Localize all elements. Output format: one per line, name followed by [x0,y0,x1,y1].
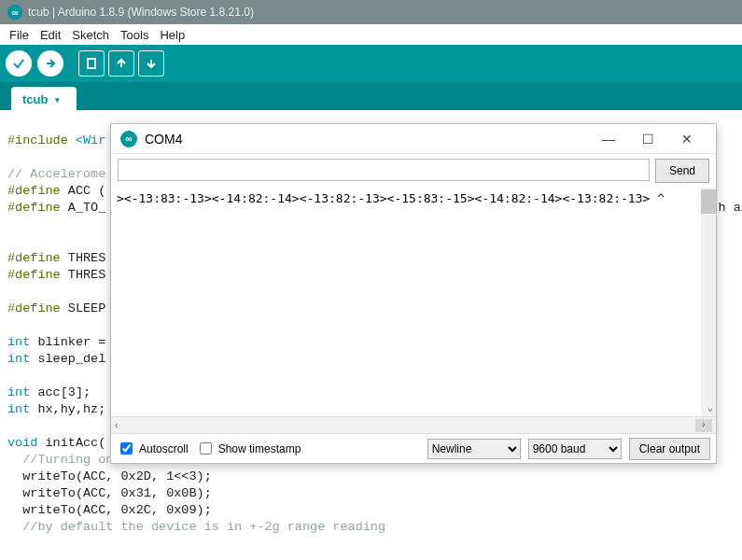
serial-monitor-window: ∞ COM4 — ☐ ✕ Send ><-13:83:-13><-14:82:-… [110,123,717,464]
close-button[interactable]: ✕ [667,132,707,147]
new-sketch-button[interactable] [78,50,105,77]
scroll-right-icon[interactable]: › [695,419,712,432]
svg-rect-0 [88,59,95,68]
autoscroll-checkbox-input[interactable] [120,442,133,455]
save-sketch-button[interactable] [138,50,164,77]
serial-footer: Autoscroll Show timestamp No line ending… [111,433,716,463]
minimize-button[interactable]: — [589,132,628,147]
serial-send-button[interactable]: Send [655,159,709,183]
window-title: tcub | Arduino 1.8.9 (Windows Store 1.8.… [28,6,254,19]
serial-horizontal-scrollbar[interactable]: ‹ › [111,416,716,433]
line-ending-select[interactable]: No line endingNewlineCarriage returnBoth… [427,439,521,459]
serial-send-row: Send [111,154,716,188]
show-timestamp-checkbox[interactable]: Show timestamp [196,440,301,457]
show-timestamp-checkbox-input[interactable] [200,442,212,455]
clear-output-button[interactable]: Clear output [629,438,710,460]
menu-tools[interactable]: Tools [115,26,154,44]
baud-rate-select[interactable]: 300 baud1200 baud2400 baud4800 baud9600 … [528,439,622,459]
serial-port-title: COM4 [145,132,589,147]
serial-vertical-scrollbar[interactable] [701,188,716,416]
serial-vertical-scroll-handle[interactable] [701,189,716,214]
menu-sketch[interactable]: Sketch [66,26,115,44]
sketch-tab-current[interactable]: tcub [11,87,77,110]
serial-input[interactable] [118,159,650,181]
menu-file[interactable]: File [4,26,35,44]
open-sketch-button[interactable] [108,50,134,77]
serial-output-area[interactable]: ><-13:83:-13><-14:82:-14><-13:82:-13><-1… [111,188,716,416]
serial-output-text: ><-13:83:-13><-14:82:-14><-13:82:-13><-1… [117,191,665,205]
toolbar [0,45,742,82]
menu-bar: File Edit Sketch Tools Help [0,24,742,45]
scroll-left-icon[interactable]: ‹ [115,420,118,430]
scroll-down-icon[interactable]: ⌄ [707,402,713,413]
arduino-logo-icon: ∞ [120,131,137,147]
upload-button[interactable] [37,50,63,77]
ide-titlebar: ∞ tcub | Arduino 1.8.9 (Windows Store 1.… [0,0,742,24]
menu-edit[interactable]: Edit [35,26,66,44]
autoscroll-checkbox[interactable]: Autoscroll [117,440,189,457]
sketch-tab-bar: tcub [0,82,742,110]
serial-titlebar[interactable]: ∞ COM4 — ☐ ✕ [111,124,716,154]
arduino-logo-icon: ∞ [7,5,22,20]
sketch-tab-label: tcub [22,92,48,106]
maximize-button[interactable]: ☐ [628,132,667,147]
menu-help[interactable]: Help [154,26,190,44]
verify-button[interactable] [6,50,32,77]
